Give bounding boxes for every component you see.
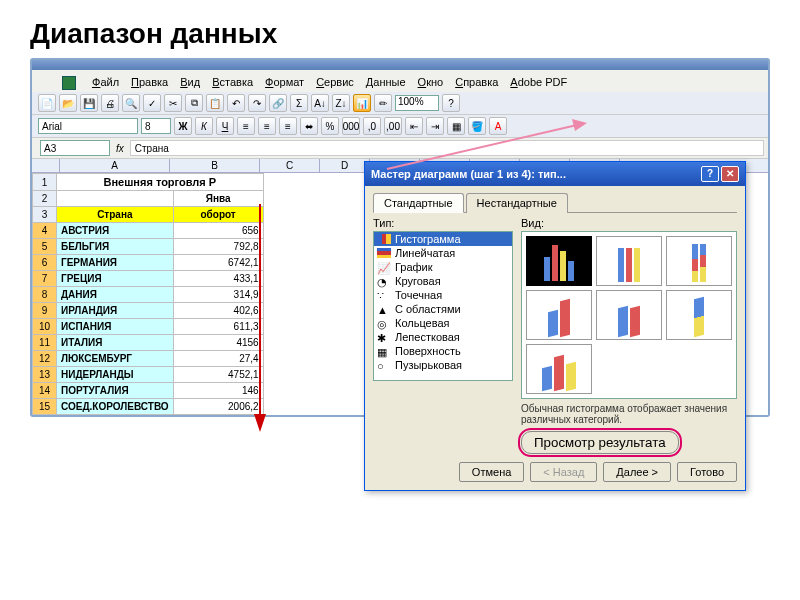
borders-button[interactable]: ▦: [447, 117, 465, 135]
cell-val[interactable]: 792,8: [173, 239, 263, 255]
sheet-table[interactable]: 1Внешняя торговля Р 2Янва 3Странаоборот …: [32, 173, 264, 415]
currency-button[interactable]: %: [321, 117, 339, 135]
bold-button[interactable]: Ж: [174, 117, 192, 135]
dec-decimal-button[interactable]: ,00: [384, 117, 402, 135]
menu-view[interactable]: Вид: [180, 76, 200, 90]
inc-decimal-button[interactable]: ,0: [363, 117, 381, 135]
list-item[interactable]: Гистограмма: [374, 232, 512, 246]
tab-custom[interactable]: Нестандартные: [466, 193, 568, 213]
menu-tools[interactable]: Сервис: [316, 76, 354, 90]
dialog-close-button[interactable]: ✕: [721, 166, 739, 182]
subtype-option[interactable]: [666, 236, 732, 286]
font-size-combo[interactable]: 8: [141, 118, 171, 134]
dialog-help-button[interactable]: ?: [701, 166, 719, 182]
cell-country[interactable]: ИТАЛИЯ: [57, 335, 174, 351]
cell-val[interactable]: 2006,2: [173, 399, 263, 415]
redo-button[interactable]: ↷: [248, 94, 266, 112]
dialog-titlebar[interactable]: Мастер диаграмм (шаг 1 из 4): тип... ? ✕: [365, 162, 745, 186]
spell-button[interactable]: ✓: [143, 94, 161, 112]
finish-button[interactable]: Готово: [677, 462, 737, 482]
header-turnover[interactable]: оборот: [173, 207, 263, 223]
preview-result-button[interactable]: Просмотр результата: [521, 431, 679, 454]
cell-val[interactable]: 27,4: [173, 351, 263, 367]
align-center-button[interactable]: ≡: [258, 117, 276, 135]
cell-country[interactable]: СОЕД.КОРОЛЕВСТВО: [57, 399, 174, 415]
cell-val[interactable]: 656: [173, 223, 263, 239]
align-left-button[interactable]: ≡: [237, 117, 255, 135]
list-item[interactable]: ○Пузырьковая: [374, 358, 512, 372]
select-all-corner[interactable]: [32, 159, 60, 172]
new-button[interactable]: 📄: [38, 94, 56, 112]
comma-button[interactable]: 000: [342, 117, 360, 135]
autosum-button[interactable]: Σ: [290, 94, 308, 112]
dec-indent-button[interactable]: ⇤: [405, 117, 423, 135]
menu-window[interactable]: Окно: [418, 76, 444, 90]
menu-help[interactable]: Справка: [455, 76, 498, 90]
font-name-combo[interactable]: Arial: [38, 118, 138, 134]
merge-button[interactable]: ⬌: [300, 117, 318, 135]
subtype-option[interactable]: [596, 290, 662, 340]
back-button[interactable]: < Назад: [530, 462, 597, 482]
subtype-option[interactable]: [526, 236, 592, 286]
col-head-b[interactable]: B: [170, 159, 260, 172]
cell-val[interactable]: 4156: [173, 335, 263, 351]
drawing-button[interactable]: ✏: [374, 94, 392, 112]
subtype-option[interactable]: [666, 290, 732, 340]
inc-indent-button[interactable]: ⇥: [426, 117, 444, 135]
name-box[interactable]: A3: [40, 140, 110, 156]
subtype-option[interactable]: [596, 236, 662, 286]
help-button[interactable]: ?: [442, 94, 460, 112]
month-cell[interactable]: Янва: [173, 191, 263, 207]
list-item[interactable]: ✱Лепестковая: [374, 330, 512, 344]
sheet-title[interactable]: Внешняя торговля Р: [57, 174, 264, 191]
cell-country[interactable]: ГЕРМАНИЯ: [57, 255, 174, 271]
paste-button[interactable]: 📋: [206, 94, 224, 112]
col-head-d[interactable]: D: [320, 159, 370, 172]
undo-button[interactable]: ↶: [227, 94, 245, 112]
cell-country[interactable]: ИРЛАНДИЯ: [57, 303, 174, 319]
col-head-c[interactable]: C: [260, 159, 320, 172]
cell-val[interactable]: 611,3: [173, 319, 263, 335]
cell-country[interactable]: ГРЕЦИЯ: [57, 271, 174, 287]
list-item[interactable]: ◎Кольцевая: [374, 316, 512, 330]
preview-button[interactable]: 🔍: [122, 94, 140, 112]
menu-file[interactable]: Файл: [92, 76, 119, 90]
cell-val[interactable]: 146: [173, 383, 263, 399]
list-item[interactable]: ∵Точечная: [374, 288, 512, 302]
font-color-button[interactable]: A: [489, 117, 507, 135]
cell-val[interactable]: 4752,1: [173, 367, 263, 383]
cancel-button[interactable]: Отмена: [459, 462, 524, 482]
menu-insert[interactable]: Вставка: [212, 76, 253, 90]
menu-edit[interactable]: Правка: [131, 76, 168, 90]
subtype-option[interactable]: [526, 344, 592, 394]
sort-asc-button[interactable]: A↓: [311, 94, 329, 112]
list-item[interactable]: Линейчатая: [374, 246, 512, 260]
cell-val[interactable]: 314,9: [173, 287, 263, 303]
open-button[interactable]: 📂: [59, 94, 77, 112]
menu-adobe-pdf[interactable]: Adobe PDF: [510, 76, 567, 90]
next-button[interactable]: Далее >: [603, 462, 671, 482]
align-right-button[interactable]: ≡: [279, 117, 297, 135]
save-button[interactable]: 💾: [80, 94, 98, 112]
chart-type-listbox[interactable]: Гистограмма Линейчатая 📈График ◔Круговая…: [373, 231, 513, 381]
cell-val[interactable]: 6742,1: [173, 255, 263, 271]
list-item[interactable]: ◔Круговая: [374, 274, 512, 288]
print-button[interactable]: 🖨: [101, 94, 119, 112]
cell-country[interactable]: ПОРТУГАЛИЯ: [57, 383, 174, 399]
cell-country[interactable]: ИСПАНИЯ: [57, 319, 174, 335]
subtype-option[interactable]: [526, 290, 592, 340]
zoom-combo[interactable]: 100%: [395, 95, 439, 111]
menu-data[interactable]: Данные: [366, 76, 406, 90]
cell-val[interactable]: 433,1: [173, 271, 263, 287]
header-country[interactable]: Страна: [57, 207, 174, 223]
list-item[interactable]: 📈График: [374, 260, 512, 274]
chart-wizard-button[interactable]: 📊: [353, 94, 371, 112]
cell-country[interactable]: ДАНИЯ: [57, 287, 174, 303]
italic-button[interactable]: К: [195, 117, 213, 135]
menu-format[interactable]: Формат: [265, 76, 304, 90]
cell-val[interactable]: 402,6: [173, 303, 263, 319]
formula-input[interactable]: Страна: [130, 140, 764, 156]
fill-color-button[interactable]: 🪣: [468, 117, 486, 135]
underline-button[interactable]: Ч: [216, 117, 234, 135]
cell-country[interactable]: ЛЮКСЕМБУРГ: [57, 351, 174, 367]
